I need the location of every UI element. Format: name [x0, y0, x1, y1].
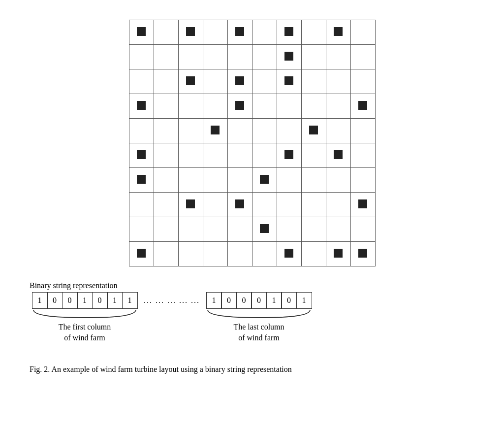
dots: ... ... ... ... ... — [140, 296, 204, 305]
grid-cell — [301, 119, 326, 143]
grid-cell — [203, 119, 227, 143]
grid-cell — [252, 94, 277, 119]
binary-cell-right: 0 — [236, 292, 252, 309]
grid-cell — [129, 119, 154, 143]
grid-cell — [129, 193, 154, 217]
grid-cell — [277, 20, 301, 45]
grid-cell — [154, 45, 178, 69]
grid-cell — [326, 119, 350, 143]
grid-cell — [301, 45, 326, 69]
binary-cell-right: 1 — [266, 292, 282, 309]
grid-cell — [203, 94, 227, 119]
grid-cell — [326, 193, 350, 217]
grid-cell — [350, 20, 375, 45]
figure-caption: Fig. 2. An example of wind farm turbine … — [30, 363, 474, 375]
binary-cell-right: 0 — [281, 292, 297, 309]
binary-cell-left: 0 — [47, 292, 63, 309]
binary-section: Binary string representation 1001011 The… — [30, 281, 474, 344]
binary-cell-left: 1 — [77, 292, 93, 309]
grid-cell — [350, 242, 375, 266]
binary-cell-left: 1 — [107, 292, 123, 309]
grid-cell — [350, 143, 375, 168]
grid-cell — [227, 94, 252, 119]
grid-cell — [326, 217, 350, 242]
right-group: 1000101 The last column of wind farm — [204, 292, 314, 344]
grid-cell — [203, 242, 227, 266]
grid-cell — [277, 45, 301, 69]
grid-cell — [350, 193, 375, 217]
grid-cell — [178, 143, 203, 168]
grid-cell — [326, 242, 350, 266]
grid-cell — [203, 45, 227, 69]
grid-cell — [203, 69, 227, 94]
grid-cell — [301, 143, 326, 168]
grid-cell — [252, 69, 277, 94]
grid-cell — [178, 242, 203, 266]
grid-cell — [154, 94, 178, 119]
grid-cell — [350, 168, 375, 193]
binary-cell-right: 0 — [251, 292, 267, 309]
binary-cell-right: 1 — [296, 292, 312, 309]
grid-cell — [178, 168, 203, 193]
grid-cell — [227, 69, 252, 94]
grid-cell — [154, 20, 178, 45]
grid-cell — [277, 193, 301, 217]
grid-cell — [277, 143, 301, 168]
binary-cell-left: 0 — [92, 292, 108, 309]
left-brace — [30, 309, 140, 320]
grid-cell — [252, 193, 277, 217]
grid-cell — [154, 119, 178, 143]
grid-cell — [227, 168, 252, 193]
grid-cell — [350, 217, 375, 242]
grid-cell — [277, 168, 301, 193]
grid-cell — [178, 45, 203, 69]
grid-cell — [326, 20, 350, 45]
grid-cell — [178, 119, 203, 143]
grid-cell — [227, 242, 252, 266]
grid-cell — [252, 242, 277, 266]
grid-cell — [203, 20, 227, 45]
grid-cell — [350, 94, 375, 119]
grid-cell — [129, 45, 154, 69]
grid-cell — [227, 143, 252, 168]
grid-cell — [301, 20, 326, 45]
grid-cell — [154, 217, 178, 242]
grid-cell — [277, 94, 301, 119]
annotation-right: The last column of wind farm — [233, 322, 284, 344]
grid-section — [129, 20, 376, 266]
grid-cell — [252, 168, 277, 193]
grid-cell — [301, 168, 326, 193]
left-cells: 1001011 — [32, 292, 138, 309]
grid-cell — [326, 45, 350, 69]
grid-cell — [154, 69, 178, 94]
grid-cell — [227, 119, 252, 143]
grid-cell — [129, 168, 154, 193]
grid-cell — [301, 193, 326, 217]
grid-cell — [154, 193, 178, 217]
right-brace — [204, 309, 314, 320]
grid-cell — [129, 94, 154, 119]
binary-cell-left: 1 — [122, 292, 138, 309]
grid-cell — [350, 119, 375, 143]
grid-cell — [178, 69, 203, 94]
grid-cell — [301, 94, 326, 119]
grid-cell — [203, 217, 227, 242]
grid-cell — [326, 143, 350, 168]
left-group: 1001011 The first column of wind farm — [30, 292, 140, 344]
grid-cell — [252, 20, 277, 45]
grid-cell — [301, 69, 326, 94]
grid-cell — [326, 94, 350, 119]
binary-label: Binary string representation — [30, 281, 118, 290]
grid-cell — [203, 193, 227, 217]
grid-cell — [227, 193, 252, 217]
grid-cell — [178, 217, 203, 242]
grid-cell — [154, 242, 178, 266]
grid-cell — [252, 143, 277, 168]
grid-cell — [326, 69, 350, 94]
grid-cell — [277, 119, 301, 143]
grid-cell — [350, 69, 375, 94]
binary-cell-right: 1 — [206, 292, 222, 309]
grid-cell — [301, 242, 326, 266]
grid-cell — [227, 45, 252, 69]
grid-cell — [277, 217, 301, 242]
